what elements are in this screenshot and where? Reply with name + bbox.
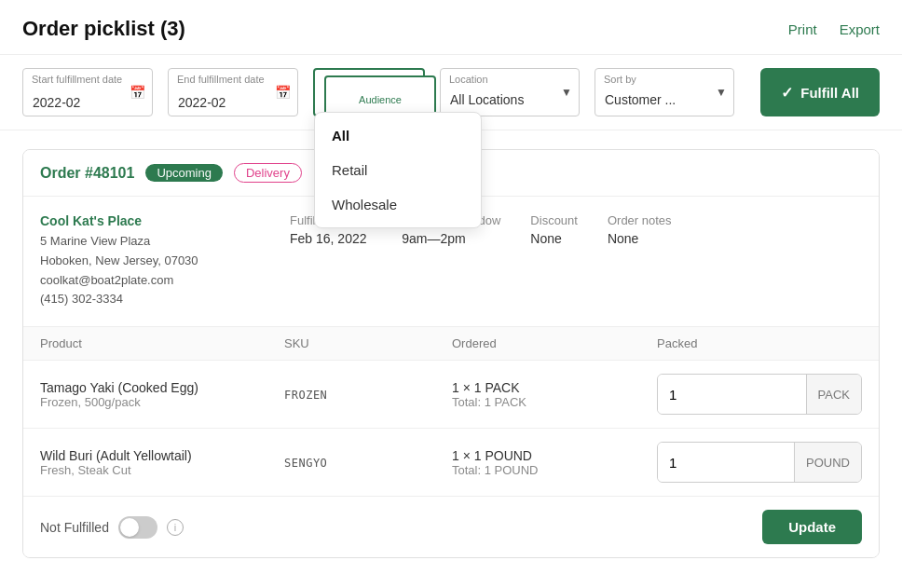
packed-input[interactable] <box>658 375 806 414</box>
ordered-total: Total: 1 POUND <box>452 463 657 477</box>
fulfill-all-button[interactable]: ✓ Fulfill All <box>760 68 880 116</box>
location-field: Location All Locations ▼ <box>440 68 580 116</box>
audience-option-retail[interactable]: Retail <box>315 153 481 187</box>
packed-field: PACK <box>657 374 862 415</box>
badge-delivery: Delivery <box>234 163 302 183</box>
sort-field: Sort by Customer ... ▼ <box>594 68 734 116</box>
location-label: Location <box>449 74 488 85</box>
export-button[interactable]: Export <box>840 21 880 37</box>
page-title: Order picklist (3) <box>22 17 185 41</box>
sort-label: Sort by <box>604 74 636 85</box>
sku-cell: SENGYO <box>284 455 452 470</box>
sku-value: FROZEN <box>284 389 327 402</box>
product-cell: Tamago Yaki (Cooked Egg) Frozen, 500g/pa… <box>40 380 284 409</box>
end-date-field: End fulfillment date 2022-02 📅 <box>168 68 298 116</box>
toggle-thumb <box>120 518 139 537</box>
table-header: Product SKU Ordered Packed <box>23 327 879 361</box>
audience-option-all[interactable]: All <box>315 118 481 153</box>
th-product: Product <box>40 336 284 350</box>
packed-cell: PACK <box>657 374 862 415</box>
audience-dropdown: All Retail Wholesale <box>314 112 482 228</box>
audience-field: Audience All <box>313 68 425 116</box>
product-sub: Fresh, Steak Cut <box>40 463 284 477</box>
footer-bar: Not Fulfilled i Update <box>23 496 879 557</box>
th-packed: Packed <box>657 336 862 350</box>
product-name: Wild Buri (Adult Yellowtail) <box>40 448 284 463</box>
sku-cell: FROZEN <box>284 387 452 402</box>
th-sku: SKU <box>284 336 452 350</box>
not-fulfilled-section: Not Fulfilled i <box>40 516 184 539</box>
end-date-label: End fulfillment date <box>177 74 265 85</box>
meta-order-notes: Order notes None <box>608 213 672 309</box>
packed-input[interactable] <box>658 443 794 482</box>
print-button[interactable]: Print <box>788 21 817 37</box>
packed-unit: PACK <box>806 375 861 414</box>
calendar-icon-2: 📅 <box>275 85 291 100</box>
page-header: Order picklist (3) Print Export <box>0 0 902 55</box>
meta-discount: Discount None <box>530 213 578 309</box>
not-fulfilled-toggle[interactable] <box>118 516 157 539</box>
product-sub: Frozen, 500g/pack <box>40 395 284 409</box>
ordered-main: 1 × 1 PACK <box>452 380 657 395</box>
calendar-icon: 📅 <box>130 85 145 100</box>
not-fulfilled-label: Not Fulfilled <box>40 520 109 535</box>
ordered-cell: 1 × 1 POUND Total: 1 POUND <box>452 448 657 477</box>
checkmark-icon: ✓ <box>781 84 793 102</box>
badge-upcoming: Upcoming <box>145 164 223 182</box>
packed-field: POUND <box>657 442 862 483</box>
product-name: Tamago Yaki (Cooked Egg) <box>40 380 284 395</box>
product-cell: Wild Buri (Adult Yellowtail) Fresh, Stea… <box>40 448 284 477</box>
packed-unit: POUND <box>794 443 861 482</box>
sku-value: SENGYO <box>284 457 327 470</box>
table-body: Tamago Yaki (Cooked Egg) Frozen, 500g/pa… <box>23 361 879 496</box>
start-date-label: Start fulfillment date <box>32 74 122 85</box>
customer-address: 5 Marine View Plaza Hoboken, New Jersey,… <box>40 232 264 309</box>
th-ordered: Ordered <box>452 336 657 350</box>
customer-name: Cool Kat's Place <box>40 213 264 228</box>
order-number: Order #48101 <box>40 165 134 182</box>
packed-cell: POUND <box>657 442 862 483</box>
table-row: Wild Buri (Adult Yellowtail) Fresh, Stea… <box>23 429 879 496</box>
table-row: Tamago Yaki (Cooked Egg) Frozen, 500g/pa… <box>23 361 879 429</box>
ordered-total: Total: 1 PACK <box>452 395 657 409</box>
ordered-cell: 1 × 1 PACK Total: 1 PACK <box>452 380 657 409</box>
info-icon[interactable]: i <box>167 519 184 536</box>
page: Order picklist (3) Print Export Start fu… <box>0 0 902 588</box>
header-actions: Print Export <box>788 21 880 37</box>
customer-info: Cool Kat's Place 5 Marine View Plaza Hob… <box>40 213 264 309</box>
start-date-field: Start fulfillment date 2022-02 📅 <box>22 68 153 116</box>
update-button[interactable]: Update <box>762 510 862 544</box>
audience-option-wholesale[interactable]: Wholesale <box>315 187 481 222</box>
audience-button[interactable]: Audience All <box>313 68 425 116</box>
ordered-main: 1 × 1 POUND <box>452 448 657 463</box>
